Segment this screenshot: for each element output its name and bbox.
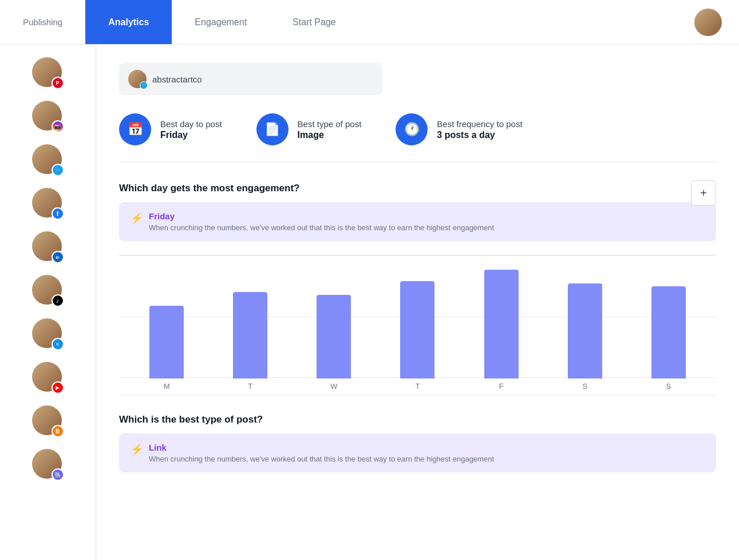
- stat-day-icon: 📅: [119, 113, 151, 145]
- bar-label-M: M: [164, 382, 170, 391]
- bar-label-T: T: [416, 382, 420, 391]
- grid-line-top: [119, 255, 716, 256]
- sidebar-item-facebook[interactable]: f: [0, 184, 96, 223]
- stat-day-label: Best day to post: [160, 119, 222, 129]
- sidebar-badge-instagram: 📷: [52, 120, 64, 133]
- sidebar-badge-twitter: 🐦: [52, 164, 64, 176]
- sidebar-badge-buffer: ≡: [52, 338, 64, 350]
- link-highlight: ⚡ Link When crunching the numbers, we've…: [119, 433, 716, 472]
- sidebar-item-blogger[interactable]: B: [0, 402, 96, 441]
- nav-engagement[interactable]: Engagement: [172, 0, 270, 44]
- stat-type-label: Best type of post: [298, 119, 362, 129]
- account-avatar: 🐦: [128, 70, 147, 88]
- nav-start-page[interactable]: Start Page: [270, 0, 359, 44]
- sidebar-badge-blogger: B: [52, 425, 64, 437]
- stat-best-day: 📅 Best day to post Friday: [119, 113, 222, 145]
- add-button[interactable]: +: [691, 180, 716, 206]
- lightning-icon: ⚡: [131, 212, 143, 224]
- sidebar-badge-tiktok: ♪: [52, 294, 64, 307]
- highlight-type-desc: When crunching the numbers, we've worked…: [149, 455, 494, 463]
- stats-row: 📅 Best day to post Friday 📄 Best type of…: [119, 113, 716, 162]
- bar-group-T: T: [208, 292, 292, 391]
- lightning-icon-2: ⚡: [131, 443, 143, 456]
- engagement-section-header: Which day gets the most engagement? +: [119, 183, 716, 194]
- bar-F: [484, 270, 519, 378]
- stat-freq-value: 3 posts a day: [437, 130, 522, 140]
- stat-best-frequency: 🕐 Best frequency to post 3 posts a day: [396, 113, 522, 145]
- sidebar-item-youtube[interactable]: ▶: [0, 358, 96, 397]
- stat-best-type: 📄 Best type of post Image: [256, 113, 362, 145]
- bar-S: [651, 286, 686, 378]
- stat-freq-label: Best frequency to post: [437, 119, 522, 129]
- bar-W: [317, 295, 351, 378]
- highlight-day-desc: When crunching the numbers, we've worked…: [149, 223, 494, 232]
- friday-highlight: ⚡ Friday When crunching the numbers, we'…: [119, 202, 716, 241]
- bar-M: [149, 306, 184, 378]
- top-nav: Publishing Analytics Engagement Start Pa…: [0, 0, 739, 45]
- highlight-type-title: Link: [149, 443, 494, 452]
- sidebar-badge-facebook: f: [52, 207, 64, 220]
- bar-group-S: S: [543, 283, 627, 391]
- account-name: abstractartco: [152, 74, 202, 84]
- bar-T: [400, 281, 434, 379]
- bar-label-W: W: [330, 382, 337, 391]
- bar-label-T: T: [248, 382, 252, 391]
- account-selector[interactable]: 🐦 abstractartco: [119, 63, 382, 95]
- bar-chart-container: MTWTFSS: [119, 255, 716, 396]
- bar-chart: MTWTFSS: [119, 265, 716, 391]
- bar-group-T: T: [376, 281, 459, 391]
- sidebar: P 📷 🐦 f in: [0, 45, 96, 560]
- highlight-day-title: Friday: [149, 211, 494, 221]
- sidebar-badge-pinterest: P: [52, 77, 64, 89]
- sidebar-item-buffer[interactable]: ≡: [0, 315, 96, 354]
- sidebar-badge-linkedin: in: [52, 251, 64, 263]
- bar-group-M: M: [125, 306, 208, 391]
- nav-publishing[interactable]: Publishing: [0, 0, 85, 44]
- stat-type-value: Image: [298, 130, 362, 140]
- bar-group-W: W: [292, 295, 376, 391]
- bar-label-S: S: [582, 382, 587, 391]
- stat-type-icon: 📄: [256, 113, 289, 145]
- sidebar-badge-mastodon: 🐘: [52, 468, 64, 481]
- bar-S: [568, 283, 602, 378]
- avatar[interactable]: [694, 9, 722, 36]
- bar-T: [233, 292, 267, 378]
- bar-group-F: F: [460, 270, 543, 391]
- sidebar-badge-youtube: ▶: [52, 381, 64, 394]
- best-type-section: Which is the best type of post? ⚡ Link W…: [119, 414, 716, 472]
- main-content: 🐦 abstractartco 📅 Best day to post Frida…: [96, 45, 739, 560]
- stat-freq-icon: 🕐: [396, 113, 428, 145]
- bar-label-S: S: [666, 382, 671, 391]
- avatar-image: [694, 9, 722, 36]
- sidebar-item-pinterest[interactable]: P: [0, 54, 96, 93]
- best-type-title: Which is the best type of post?: [119, 414, 716, 425]
- account-social-badge: 🐦: [140, 81, 148, 89]
- stat-day-value: Friday: [160, 130, 222, 140]
- engagement-section-title: Which day gets the most engagement?: [119, 183, 716, 194]
- sidebar-item-linkedin[interactable]: in: [0, 228, 96, 267]
- sidebar-item-mastodon[interactable]: 🐘: [0, 445, 96, 484]
- sidebar-item-instagram[interactable]: 📷: [0, 97, 96, 136]
- nav-analytics[interactable]: Analytics: [85, 0, 172, 44]
- sidebar-item-tiktok[interactable]: ♪: [0, 271, 96, 310]
- bar-group-S: S: [627, 286, 710, 391]
- sidebar-item-twitter[interactable]: 🐦: [0, 141, 96, 180]
- bar-label-F: F: [499, 382, 504, 391]
- main-layout: P 📷 🐦 f in: [0, 45, 739, 560]
